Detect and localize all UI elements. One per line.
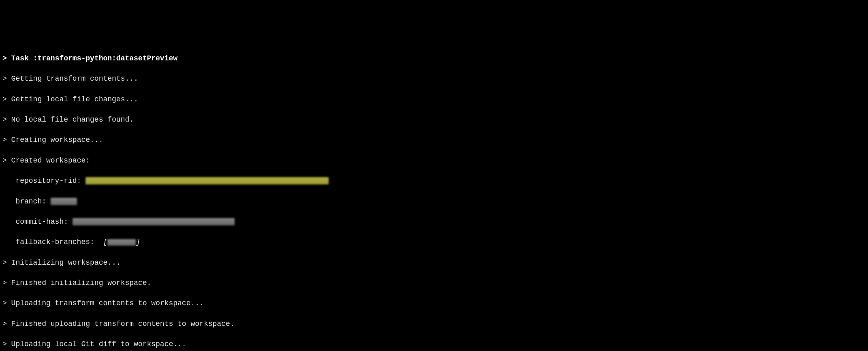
redacted-value [73,218,235,225]
workspace-branch: branch: [2,197,866,207]
log-line: > Finished initializing workspace. [2,278,866,288]
terminal-output: > Task :transforms-python:datasetPreview… [2,43,866,351]
log-line: > Uploading local Git diff to workspace.… [2,339,866,349]
log-line: > Finished uploading transform contents … [2,319,866,329]
task-header: > Task :transforms-python:datasetPreview [2,54,866,64]
log-line: > No local file changes found. [2,115,866,125]
redacted-value [51,198,77,205]
workspace-commit-hash: commit-hash: [2,217,866,227]
log-line: > Uploading transform contents to worksp… [2,298,866,308]
workspace-fallback-branches: fallback-branches: [] [2,237,866,247]
log-line: > Getting transform contents... [2,74,866,84]
log-line: > Created workspace: [2,156,866,166]
redacted-value [86,177,329,184]
log-line: > Creating workspace... [2,135,866,145]
log-line: > Getting local file changes... [2,94,866,105]
workspace-repository-rid: repository-rid: [2,176,866,186]
log-line: > Initializing workspace... [2,258,866,268]
redacted-value [107,239,136,246]
